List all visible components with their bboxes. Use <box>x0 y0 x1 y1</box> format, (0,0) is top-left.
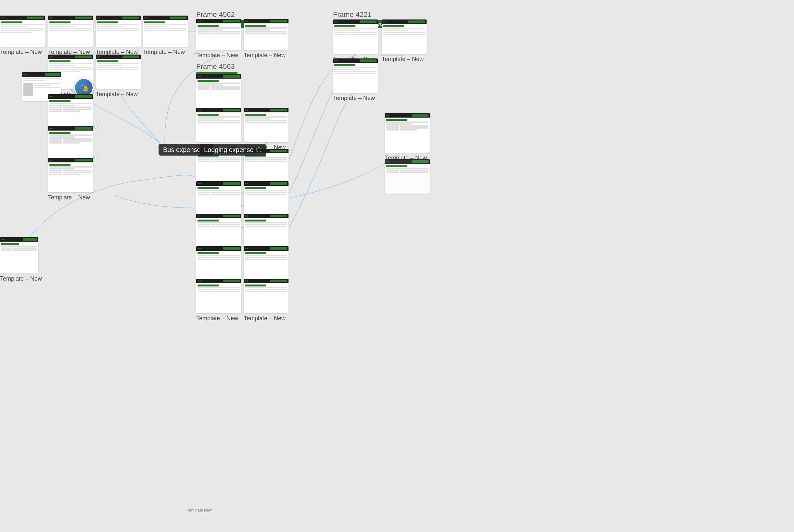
card-title-c28: Template – New <box>333 95 375 102</box>
template-card-c5[interactable] <box>196 19 241 50</box>
card-title-c24: Template – New <box>196 315 238 322</box>
template-card-c27[interactable] <box>382 19 427 54</box>
template-card-c25[interactable] <box>244 279 288 313</box>
template-card-c24[interactable] <box>196 279 241 313</box>
card-title-c27: Template – New <box>382 56 424 63</box>
template-card-c1[interactable] <box>0 16 45 47</box>
template-card-c10[interactable] <box>48 94 93 129</box>
card-title-c12: Template – New <box>48 194 90 201</box>
template-card-c23[interactable] <box>244 246 288 281</box>
template-card-c11[interactable] <box>48 126 93 160</box>
external-link-icon-2: ⬡ <box>256 146 262 154</box>
template-card-c26[interactable] <box>333 19 378 54</box>
card-title-c4: Template – New <box>143 49 185 56</box>
template-card-c14[interactable] <box>196 108 241 142</box>
template-card-c6[interactable] <box>244 19 288 50</box>
card-title-c8: Template – New <box>96 91 138 98</box>
template-card-c20[interactable] <box>196 214 241 248</box>
card-title-c30: Template – New <box>0 276 42 282</box>
card-title-c6: Template – New <box>244 52 286 59</box>
template-card-c12[interactable] <box>48 158 93 192</box>
template-card-c22[interactable] <box>196 246 241 281</box>
lodging-expense-label: Lodging expense <box>204 146 253 154</box>
template-card-c21[interactable] <box>244 214 288 248</box>
template-card-c8[interactable] <box>96 55 141 89</box>
template-card-c13[interactable] <box>196 74 241 109</box>
card-title-c1: Template – New <box>0 49 42 56</box>
template-card-extra1[interactable] <box>385 159 430 194</box>
card-title-c25: Template – New <box>244 315 286 322</box>
template-card-c30[interactable] <box>0 237 38 273</box>
template-card-c3[interactable] <box>96 16 141 47</box>
svg-point-8 <box>94 156 97 159</box>
template-card-c2[interactable] <box>48 16 93 47</box>
template-card-c19[interactable] <box>244 181 288 216</box>
lodging-expense-tooltip[interactable]: Lodging expense ⬡ <box>200 144 266 156</box>
template-card-c18[interactable] <box>196 181 241 216</box>
template-card-c15[interactable] <box>244 108 288 142</box>
template-card-c4[interactable] <box>143 16 188 47</box>
template-card-c28[interactable] <box>333 58 378 93</box>
bottom-link: Template New <box>187 508 212 513</box>
bus-expense-label: Bus expense <box>163 146 201 154</box>
card-title-c5: Template – New <box>196 52 238 59</box>
design-canvas: Frame 4562 Add new expense from scratch … <box>0 0 794 532</box>
svg-point-7 <box>94 125 97 128</box>
template-card-c29[interactable] <box>385 113 430 153</box>
